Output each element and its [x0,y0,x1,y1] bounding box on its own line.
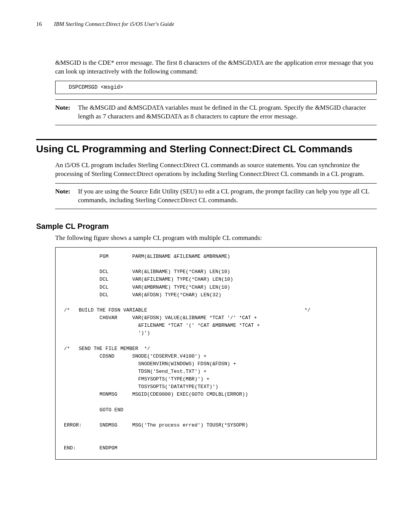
subsection-paragraph: The following figure shows a sample CL p… [55,234,377,243]
note-text: The &MSGID and &MSGDATA variables must b… [78,104,377,121]
note-1: Note: The &MSGID and &MSGDATA variables … [55,99,377,125]
page-header: 16 IBM Sterling Connect:Direct for i5/OS… [36,21,377,27]
page: 16 IBM Sterling Connect:Direct for i5/OS… [0,0,411,488]
code-block-dspcdmsgd: DSPCDMSGD <msgid> [55,81,377,94]
section-paragraph: An i5/OS CL program includes Sterling Co… [55,161,377,179]
section-rule [36,139,377,140]
note-2: Note: If you are using the Source Edit U… [55,183,377,209]
note-label: Note: [55,187,78,205]
intro-paragraph: &MSGID is the CDE* error message. The fi… [55,59,377,76]
note-label: Note: [55,104,78,121]
page-number: 16 [36,21,42,27]
note-text: If you are using the Source Edit Utility… [78,187,377,205]
running-title: IBM Sterling Connect:Direct for i5/OS Us… [54,21,174,27]
section-heading: Using CL Programming and Sterling Connec… [36,143,377,155]
code-block-sample-cl: PGM PARM(&LIBNAME &FILENAME &MBRNAME) DC… [55,247,377,460]
subsection-heading: Sample CL Program [36,222,377,231]
